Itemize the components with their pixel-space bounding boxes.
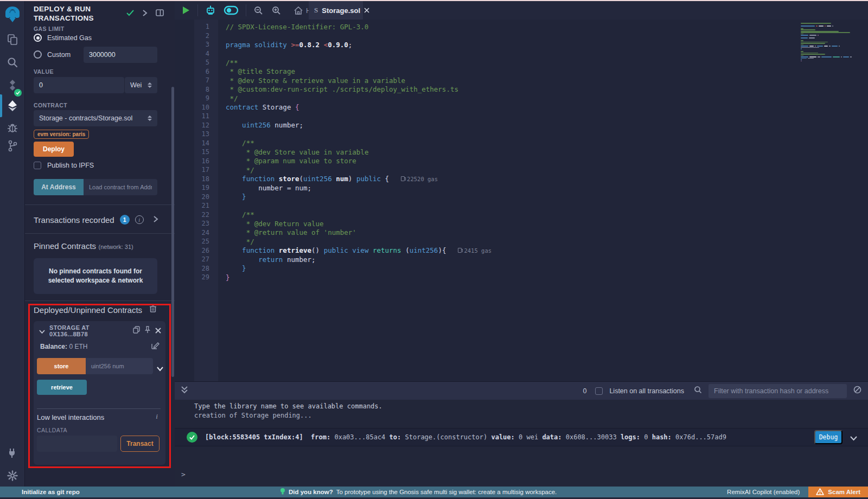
transaction-log-row[interactable]: [block:5583405 txIndex:4] from: 0xa03...… (175, 428, 868, 446)
icon-rail (0, 1, 25, 487)
balance-row: Balance: 0 ETH (40, 343, 87, 350)
code-line: 7 * @dev Store & retrieve value in a var… (175, 76, 492, 85)
at-address-input[interactable] (84, 179, 157, 195)
calldata-input[interactable] (37, 436, 117, 452)
radio-unselected-icon (34, 50, 42, 59)
ai-assistant-robot-icon[interactable] (201, 5, 220, 15)
code-line: 16 * @param num value to store (175, 157, 492, 166)
debugger-icon[interactable] (0, 117, 25, 138)
editor-minimap[interactable] (801, 23, 860, 62)
code-editor[interactable]: 1// SPDX-License-Identifier: GPL-3.023pr… (175, 20, 868, 381)
panel-expand-icon[interactable] (143, 9, 147, 18)
collapse-terminal-icon[interactable] (181, 386, 188, 396)
info-icon[interactable]: i (152, 412, 161, 421)
code-line: 8 * @custom:dev-run-script ./scripts/dep… (175, 85, 492, 94)
chevron-down-icon[interactable] (39, 326, 45, 336)
panel-scrollbar[interactable] (171, 87, 174, 377)
code-line: 3pragma solidity >=0.8.2 <0.9.0; (175, 40, 492, 49)
code-line: 11 (175, 112, 492, 121)
solidity-file-icon: S (314, 6, 318, 15)
git-icon[interactable] (0, 136, 25, 156)
copilot-toggle-icon[interactable] (220, 6, 242, 15)
git-init-status[interactable]: Initialize as git repo (22, 489, 80, 495)
gas-estimate-hint: 2415 gas (458, 247, 492, 254)
warning-triangle-icon (816, 488, 824, 496)
tab-storage-sol[interactable]: S Storage.sol (309, 1, 363, 20)
plugin-manager-icon[interactable] (0, 443, 25, 463)
code-line: 2 (175, 31, 492, 41)
listen-all-label: Listen on all transactions (609, 387, 684, 395)
zoom-in-icon[interactable] (267, 6, 285, 15)
code-line: 28 } (175, 264, 492, 273)
code-line: 20 } (175, 193, 492, 202)
gas-limit-label: GAS LIMIT (34, 25, 65, 32)
trash-icon[interactable] (150, 305, 156, 315)
tx-summary-text: [block:5583405 txIndex:4] from: 0xa03...… (205, 433, 726, 441)
debug-button[interactable]: Debug (814, 430, 843, 444)
settings-gear-icon[interactable] (0, 465, 25, 486)
gas-pump-icon (458, 248, 462, 253)
code-line: 12 uint256 number; (175, 121, 492, 130)
zoom-out-icon[interactable] (250, 6, 267, 15)
retrieve-function-button[interactable]: retrieve (37, 380, 87, 395)
terminal-filter-input[interactable] (709, 384, 847, 398)
publish-ipfs-row[interactable]: Publish to IPFS (34, 162, 94, 169)
scam-alert-button[interactable]: Scam Alert (808, 487, 868, 497)
copy-icon[interactable] (133, 326, 140, 336)
custom-gas-radio[interactable]: Custom (34, 50, 71, 59)
main-area: Home S Storage.sol 1// SPDX-License-Iden… (175, 1, 868, 487)
terminal-prompt[interactable]: > (181, 470, 186, 478)
gas-estimate-hint: 22520 gas (401, 176, 438, 182)
copilot-status[interactable]: RemixAI Copilot (enabled) (727, 489, 800, 495)
code-line: 24 * @return value of 'number' (175, 228, 492, 238)
custom-gas-input[interactable] (84, 47, 157, 63)
contract-select[interactable]: Storage - contracts/Storage.sol (34, 110, 157, 126)
no-pinned-contracts-card: No pinned contracts found for selected w… (34, 258, 157, 294)
solidity-compiler-icon[interactable] (0, 75, 25, 95)
remix-logo[interactable] (0, 4, 25, 25)
code-line: 26 function retrieve() public view retur… (175, 246, 492, 255)
transactions-recorded-row[interactable]: Transactions recorded 1 i (34, 213, 166, 227)
pin-panel-icon[interactable] (156, 9, 164, 18)
store-param-input[interactable] (86, 358, 153, 374)
run-script-play-icon[interactable] (178, 6, 194, 15)
at-address-button[interactable]: At Address (34, 179, 84, 195)
store-function-button[interactable]: store (37, 358, 86, 374)
expand-tx-chevron-icon[interactable] (850, 432, 857, 443)
code-line: 23 * @dev Return value (175, 219, 492, 228)
edit-icon[interactable] (151, 342, 159, 351)
code-line: 5/** (175, 58, 492, 67)
estimated-gas-radio[interactable]: Estimated Gas (34, 34, 92, 42)
editor-tabbar: Home S Storage.sol (175, 1, 868, 20)
info-icon[interactable]: i (135, 215, 144, 224)
expand-params-chevron-icon[interactable] (157, 363, 163, 373)
value-label: VALUE (34, 68, 54, 75)
remix-ide-window: DEPLOY & RUN TRANSACTIONS GAS LIMIT Esti… (0, 0, 868, 499)
transact-button[interactable]: Transact (120, 436, 159, 452)
file-explorer-icon[interactable] (0, 29, 25, 50)
close-tab-icon[interactable] (364, 5, 369, 15)
panel-title: DEPLOY & RUN TRANSACTIONS (34, 4, 131, 23)
value-input[interactable] (34, 77, 124, 93)
code-lines: 1// SPDX-License-Identifier: GPL-3.023pr… (175, 22, 492, 282)
clear-console-icon[interactable] (853, 386, 861, 396)
pinned-contracts-header: Pinned Contracts (network: 31) (34, 241, 133, 251)
terminal-output[interactable]: Type the library name to see available c… (175, 400, 868, 487)
pin-icon[interactable] (144, 326, 151, 336)
deploy-run-icon[interactable] (0, 95, 25, 116)
checkbox-icon[interactable] (34, 162, 41, 169)
code-line: 13 (175, 130, 492, 139)
lightbulb-icon (280, 488, 285, 496)
calldata-label: CALLDATA (37, 427, 67, 433)
value-unit-select[interactable]: Wei (125, 77, 157, 93)
listen-all-checkbox[interactable] (595, 387, 603, 395)
pinned-network-label: (network: 31) (99, 244, 133, 250)
deploy-button[interactable]: Deploy (34, 142, 74, 157)
search-icon[interactable] (0, 52, 25, 73)
chevron-right-icon[interactable] (154, 215, 158, 225)
deployed-contracts-header: Deployed/Unpinned Contracts (34, 305, 166, 315)
did-you-know-tip: Did you know? To prototype using the Gno… (280, 488, 557, 496)
code-line: 17 */ (175, 165, 492, 175)
close-icon[interactable] (155, 326, 161, 336)
terminal-search-icon (694, 386, 702, 396)
